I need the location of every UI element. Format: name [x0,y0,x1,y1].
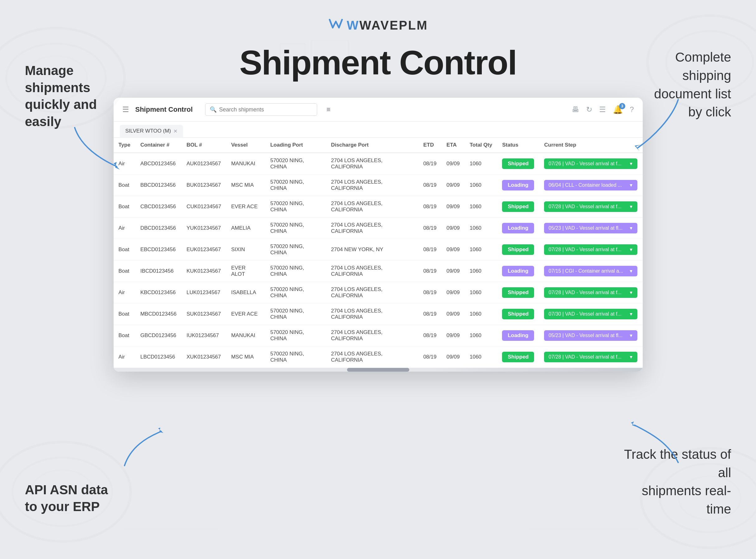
cell-current-step[interactable]: 05/23 | VAD - Vessel arrival at fl... ▼ [539,325,642,346]
col-current-step: Current Step [539,138,642,153]
cell-etd: 08/19 [418,261,442,282]
cell-discharge-port: 2704 LOS ANGELES, CALIFORNIA [326,325,418,346]
status-badge: Shipped [502,158,534,169]
cell-type: Air [114,218,135,239]
cell-container: CBCD0123456 [135,196,181,218]
tab-silver-wtoo[interactable]: SILVER WTOO (M) ✕ [120,125,183,137]
refresh-icon[interactable]: ↻ [586,105,592,114]
cell-current-step[interactable]: 07/28 | VAD - Vessel arrival at f... ▼ [539,282,642,304]
cell-eta: 09/09 [441,346,465,368]
current-step-button[interactable]: 07/15 | CGI - Container arrival a... ▼ [544,266,638,276]
table-row[interactable]: Air KBCD0123456 LUK01234567 ISABELLA 570… [114,282,643,304]
current-step-button[interactable]: 05/23 | VAD - Vessel arrival at fl... ▼ [544,330,638,341]
chevron-down-icon: ▼ [629,312,633,316]
app-window: ☰ Shipment Control 🔍 ≡ 🖶 ↻ ☰ 🔔 3 ? SI [114,98,643,372]
cell-status: Loading [497,218,539,239]
col-total-qty: Total Qty [465,138,497,153]
cell-etd: 08/19 [418,325,442,346]
cell-loading-port: 570020 NING, CHINA [265,153,326,175]
current-step-button[interactable]: 07/28 | VAD - Vessel arrival at f... ▼ [544,201,638,212]
cell-bol: LUK01234567 [181,282,226,304]
table-row[interactable]: Boat MBCD0123456 SUK01234567 EVER ACE 57… [114,304,643,325]
search-input[interactable] [219,107,312,113]
cell-current-step[interactable]: 07/28 | VAD - Vessel arrival at f... ▼ [539,196,642,218]
table-row[interactable]: Air DBCD0123456 YUK01234567 AMELIA 57002… [114,218,643,239]
current-step-button[interactable]: 07/28 | VAD - Vessel arrival at f... ▼ [544,287,638,298]
cell-total-qty: 1060 [465,153,497,175]
cell-status: Shipped [497,304,539,325]
cell-current-step[interactable]: 06/04 | CLL - Container loaded ... ▼ [539,175,642,196]
callout-left-bottom-text: API ASN data to your ERP [25,483,108,514]
cell-discharge-port: 2704 LOS ANGELES, CALIFORNIA [326,153,418,175]
table-row[interactable]: Air LBCD0123456 XUK01234567 MSC MIA 5700… [114,346,643,368]
cell-type: Air [114,282,135,304]
cell-loading-port: 570020 NING, CHINA [265,175,326,196]
cell-container: MBCD0123456 [135,304,181,325]
cell-current-step[interactable]: 07/28 | VAD - Vessel arrival at f... ▼ [539,346,642,368]
list-icon[interactable]: ☰ [599,105,606,114]
current-step-button[interactable]: 07/26 | VAD - Vessel arrival at f... ▼ [544,158,638,169]
logo-name: WAVEPLM [359,18,428,32]
cell-loading-port: 570020 NING, CHINA [265,304,326,325]
table-wrapper: Type Container # BOL # Vessel Loading Po… [114,138,643,368]
cell-loading-port: 570020 NING, CHINA [265,239,326,261]
bottom-scroll-bar[interactable] [114,368,643,372]
cell-eta: 09/09 [441,196,465,218]
cell-type: Boat [114,261,135,282]
chevron-down-icon: ▼ [629,355,633,359]
step-text: 07/28 | VAD - Vessel arrival at f... [549,204,626,209]
table-row[interactable]: Boat EBCD0123456 EUK01234567 SIXIN 57002… [114,239,643,261]
tab-close-icon[interactable]: ✕ [173,128,177,134]
col-loading-port: Loading Port [265,138,326,153]
cell-current-step[interactable]: 07/28 | VAD - Vessel arrival at f... ▼ [539,239,642,261]
scroll-thumb[interactable] [347,368,409,372]
arrow-right-top [628,93,684,156]
cell-container: IBCD0123456 [135,261,181,282]
cell-total-qty: 1060 [465,196,497,218]
cell-etd: 08/19 [418,196,442,218]
current-step-button[interactable]: 07/30 | VAD - Vessel arrival at f... ▼ [544,309,638,319]
table-row[interactable]: Boat GBCD0123456 IUK01234567 MANUKAI 570… [114,325,643,346]
current-step-button[interactable]: 05/23 | VAD - Vessel arrival at fl... ▼ [544,223,638,233]
table-header-row: Type Container # BOL # Vessel Loading Po… [114,138,643,153]
cell-current-step[interactable]: 07/15 | CGI - Container arrival a... ▼ [539,261,642,282]
filter-icon[interactable]: ≡ [327,106,331,114]
callout-left-top-text: Manage shipments quickly and easily [25,63,97,129]
current-step-button[interactable]: 07/28 | VAD - Vessel arrival at f... ▼ [544,244,638,255]
print-icon[interactable]: 🖶 [572,105,579,114]
step-text: 07/28 | VAD - Vessel arrival at f... [549,354,626,360]
current-step-button[interactable]: 07/28 | VAD - Vessel arrival at f... ▼ [544,352,638,362]
chevron-down-icon: ▼ [629,161,633,166]
table-body: Air ABCD0123456 AUK01234567 MANUKAI 5700… [114,153,643,368]
cell-discharge-port: 2704 LOS ANGELES, CALIFORNIA [326,261,418,282]
current-step-button[interactable]: 06/04 | CLL - Container loaded ... ▼ [544,180,638,191]
cell-etd: 08/19 [418,218,442,239]
logo-icon [328,17,343,33]
table-row[interactable]: Boat IBCD0123456 KUK01234567 EVER ALOT 5… [114,261,643,282]
status-badge: Shipped [502,309,534,319]
table-row[interactable]: Boat CBCD0123456 CUK01234567 EVER ACE 57… [114,196,643,218]
table-row[interactable]: Air ABCD0123456 AUK01234567 MANUKAI 5700… [114,153,643,175]
cell-type: Air [114,346,135,368]
cell-current-step[interactable]: 05/23 | VAD - Vessel arrival at fl... ▼ [539,218,642,239]
cell-current-step[interactable]: 07/26 | VAD - Vessel arrival at f... ▼ [539,153,642,175]
cell-etd: 08/19 [418,304,442,325]
cell-type: Boat [114,304,135,325]
cell-status: Shipped [497,239,539,261]
cell-vessel: SIXIN [226,239,266,261]
cell-current-step[interactable]: 07/30 | VAD - Vessel arrival at f... ▼ [539,304,642,325]
search-bar: 🔍 [205,103,317,116]
col-eta: ETA [441,138,465,153]
cell-eta: 09/09 [441,261,465,282]
cell-total-qty: 1060 [465,261,497,282]
notification-badge[interactable]: 🔔 3 [613,105,623,114]
chevron-down-icon: ▼ [629,183,633,188]
chevron-down-icon: ▼ [629,333,633,338]
status-badge: Loading [502,180,534,191]
cell-discharge-port: 2704 LOS ANGELES, CALIFORNIA [326,282,418,304]
cell-vessel: EVER ACE [226,196,266,218]
logo-w-letter: W [347,18,359,32]
status-badge: Loading [502,266,534,276]
step-text: 06/04 | CLL - Container loaded ... [549,182,626,188]
table-row[interactable]: Boat BBCD0123456 BUK01234567 MSC MIA 570… [114,175,643,196]
